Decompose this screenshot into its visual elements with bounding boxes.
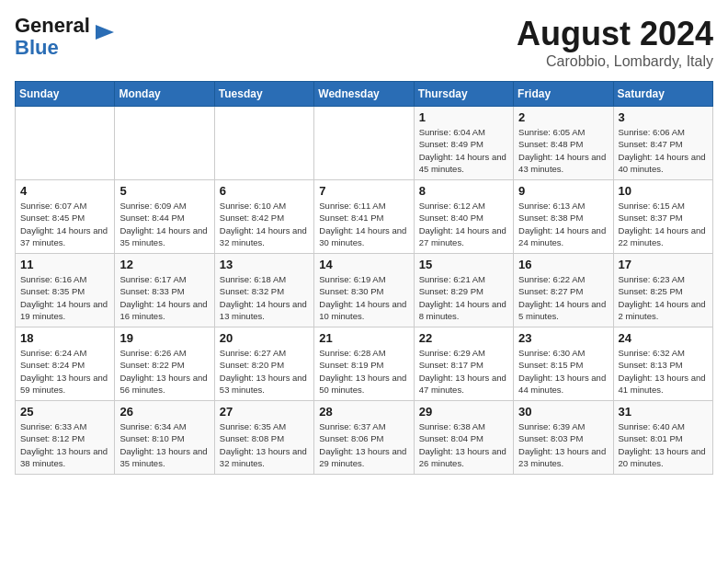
calendar-cell: 2Sunrise: 6:05 AM Sunset: 8:48 PM Daylig…	[514, 107, 613, 180]
calendar-cell: 22Sunrise: 6:29 AM Sunset: 8:17 PM Dayli…	[414, 327, 513, 401]
day-header-sunday: Sunday	[16, 82, 115, 107]
day-info: Sunrise: 6:35 AM Sunset: 8:08 PM Dayligh…	[220, 420, 309, 469]
day-info: Sunrise: 6:23 AM Sunset: 8:25 PM Dayligh…	[619, 273, 708, 322]
day-header-thursday: Thursday	[414, 82, 513, 107]
location-subtitle: Carobbio, Lombardy, Italy	[517, 53, 713, 70]
day-info: Sunrise: 6:18 AM Sunset: 8:32 PM Dayligh…	[220, 273, 309, 322]
day-number: 21	[319, 331, 408, 345]
day-info: Sunrise: 6:12 AM Sunset: 8:40 PM Dayligh…	[419, 200, 508, 248]
day-info: Sunrise: 6:34 AM Sunset: 8:10 PM Dayligh…	[119, 420, 209, 469]
day-number: 3	[619, 110, 708, 124]
day-header-tuesday: Tuesday	[214, 82, 313, 107]
day-number: 22	[419, 331, 508, 345]
calendar-cell: 25Sunrise: 6:33 AM Sunset: 8:12 PM Dayli…	[16, 401, 115, 475]
day-number: 13	[220, 258, 309, 271]
day-number: 19	[119, 331, 209, 345]
calendar-cell	[214, 107, 313, 180]
calendar-cell: 10Sunrise: 6:15 AM Sunset: 8:37 PM Dayli…	[613, 180, 712, 254]
calendar-cell: 16Sunrise: 6:22 AM Sunset: 8:27 PM Dayli…	[514, 254, 613, 327]
day-info: Sunrise: 6:24 AM Sunset: 8:24 PM Dayligh…	[20, 347, 109, 396]
calendar-cell: 8Sunrise: 6:12 AM Sunset: 8:40 PM Daylig…	[414, 180, 513, 254]
logo-icon	[92, 19, 118, 45]
calendar-cell: 6Sunrise: 6:10 AM Sunset: 8:42 PM Daylig…	[214, 180, 313, 254]
calendar-cell	[314, 107, 414, 180]
logo-text: General Blue	[15, 15, 90, 59]
day-number: 26	[119, 405, 209, 419]
day-number: 5	[119, 184, 209, 198]
day-number: 8	[419, 184, 508, 198]
day-info: Sunrise: 6:37 AM Sunset: 8:06 PM Dayligh…	[319, 420, 408, 469]
day-info: Sunrise: 6:11 AM Sunset: 8:41 PM Dayligh…	[319, 200, 408, 248]
day-info: Sunrise: 6:40 AM Sunset: 8:01 PM Dayligh…	[619, 420, 708, 469]
day-info: Sunrise: 6:21 AM Sunset: 8:29 PM Dayligh…	[419, 273, 508, 322]
day-info: Sunrise: 6:30 AM Sunset: 8:15 PM Dayligh…	[518, 347, 608, 396]
calendar-cell: 7Sunrise: 6:11 AM Sunset: 8:41 PM Daylig…	[314, 180, 414, 254]
page-header: General Blue August 2024 Carobbio, Lomba…	[15, 15, 713, 70]
day-info: Sunrise: 6:04 AM Sunset: 8:49 PM Dayligh…	[419, 126, 508, 175]
day-number: 15	[419, 258, 508, 271]
day-number: 4	[20, 184, 109, 198]
day-info: Sunrise: 6:07 AM Sunset: 8:45 PM Dayligh…	[20, 200, 109, 248]
day-number: 17	[619, 258, 708, 271]
day-info: Sunrise: 6:38 AM Sunset: 8:04 PM Dayligh…	[419, 420, 508, 469]
calendar-cell: 31Sunrise: 6:40 AM Sunset: 8:01 PM Dayli…	[613, 401, 712, 475]
day-header-friday: Friday	[514, 82, 613, 107]
day-number: 10	[619, 184, 708, 198]
calendar-week-row: 18Sunrise: 6:24 AM Sunset: 8:24 PM Dayli…	[16, 327, 713, 401]
day-number: 11	[20, 258, 109, 271]
calendar-cell	[115, 107, 214, 180]
day-info: Sunrise: 6:17 AM Sunset: 8:33 PM Dayligh…	[119, 273, 209, 322]
day-number: 9	[518, 184, 608, 198]
calendar-cell: 11Sunrise: 6:16 AM Sunset: 8:35 PM Dayli…	[16, 254, 115, 327]
day-info: Sunrise: 6:22 AM Sunset: 8:27 PM Dayligh…	[518, 273, 608, 322]
calendar-cell: 4Sunrise: 6:07 AM Sunset: 8:45 PM Daylig…	[16, 180, 115, 254]
calendar-cell: 20Sunrise: 6:27 AM Sunset: 8:20 PM Dayli…	[214, 327, 313, 401]
day-header-monday: Monday	[115, 82, 214, 107]
calendar-header: SundayMondayTuesdayWednesdayThursdayFrid…	[16, 82, 713, 107]
day-number: 25	[20, 405, 109, 419]
day-header-saturday: Saturday	[613, 82, 712, 107]
day-info: Sunrise: 6:39 AM Sunset: 8:03 PM Dayligh…	[518, 420, 608, 469]
calendar-cell: 13Sunrise: 6:18 AM Sunset: 8:32 PM Dayli…	[214, 254, 313, 327]
calendar-cell: 1Sunrise: 6:04 AM Sunset: 8:49 PM Daylig…	[414, 107, 513, 180]
calendar-cell: 17Sunrise: 6:23 AM Sunset: 8:25 PM Dayli…	[613, 254, 712, 327]
calendar-week-row: 1Sunrise: 6:04 AM Sunset: 8:49 PM Daylig…	[16, 107, 713, 180]
calendar-cell: 3Sunrise: 6:06 AM Sunset: 8:47 PM Daylig…	[613, 107, 712, 180]
calendar-cell: 26Sunrise: 6:34 AM Sunset: 8:10 PM Dayli…	[115, 401, 214, 475]
calendar-cell: 28Sunrise: 6:37 AM Sunset: 8:06 PM Dayli…	[314, 401, 414, 475]
day-info: Sunrise: 6:15 AM Sunset: 8:37 PM Dayligh…	[619, 200, 708, 248]
day-number: 1	[419, 110, 508, 124]
calendar-week-row: 4Sunrise: 6:07 AM Sunset: 8:45 PM Daylig…	[16, 180, 713, 254]
day-info: Sunrise: 6:29 AM Sunset: 8:17 PM Dayligh…	[419, 347, 508, 396]
day-info: Sunrise: 6:09 AM Sunset: 8:44 PM Dayligh…	[119, 200, 209, 248]
calendar-cell: 27Sunrise: 6:35 AM Sunset: 8:08 PM Dayli…	[214, 401, 313, 475]
calendar-cell: 24Sunrise: 6:32 AM Sunset: 8:13 PM Dayli…	[613, 327, 712, 401]
day-info: Sunrise: 6:10 AM Sunset: 8:42 PM Dayligh…	[220, 200, 309, 248]
day-number: 30	[518, 405, 608, 419]
calendar-cell: 29Sunrise: 6:38 AM Sunset: 8:04 PM Dayli…	[414, 401, 513, 475]
day-number: 20	[220, 331, 309, 345]
calendar-week-row: 11Sunrise: 6:16 AM Sunset: 8:35 PM Dayli…	[16, 254, 713, 327]
calendar-cell: 21Sunrise: 6:28 AM Sunset: 8:19 PM Dayli…	[314, 327, 414, 401]
day-number: 6	[220, 184, 309, 198]
calendar-cell	[16, 107, 115, 180]
day-info: Sunrise: 6:32 AM Sunset: 8:13 PM Dayligh…	[619, 347, 708, 396]
day-number: 24	[619, 331, 708, 345]
day-info: Sunrise: 6:33 AM Sunset: 8:12 PM Dayligh…	[20, 420, 109, 469]
calendar-table: SundayMondayTuesdayWednesdayThursdayFrid…	[15, 81, 713, 475]
day-info: Sunrise: 6:26 AM Sunset: 8:22 PM Dayligh…	[119, 347, 209, 396]
calendar-cell: 14Sunrise: 6:19 AM Sunset: 8:30 PM Dayli…	[314, 254, 414, 327]
day-info: Sunrise: 6:05 AM Sunset: 8:48 PM Dayligh…	[518, 126, 608, 175]
month-year-title: August 2024	[517, 15, 713, 53]
day-number: 7	[319, 184, 408, 198]
day-number: 14	[319, 258, 408, 271]
day-info: Sunrise: 6:19 AM Sunset: 8:30 PM Dayligh…	[319, 273, 408, 322]
calendar-week-row: 25Sunrise: 6:33 AM Sunset: 8:12 PM Dayli…	[16, 401, 713, 475]
day-info: Sunrise: 6:28 AM Sunset: 8:19 PM Dayligh…	[319, 347, 408, 396]
calendar-cell: 9Sunrise: 6:13 AM Sunset: 8:38 PM Daylig…	[514, 180, 613, 254]
calendar-cell: 19Sunrise: 6:26 AM Sunset: 8:22 PM Dayli…	[115, 327, 214, 401]
day-number: 28	[319, 405, 408, 419]
day-number: 12	[119, 258, 209, 271]
calendar-cell: 18Sunrise: 6:24 AM Sunset: 8:24 PM Dayli…	[16, 327, 115, 401]
day-number: 16	[518, 258, 608, 271]
